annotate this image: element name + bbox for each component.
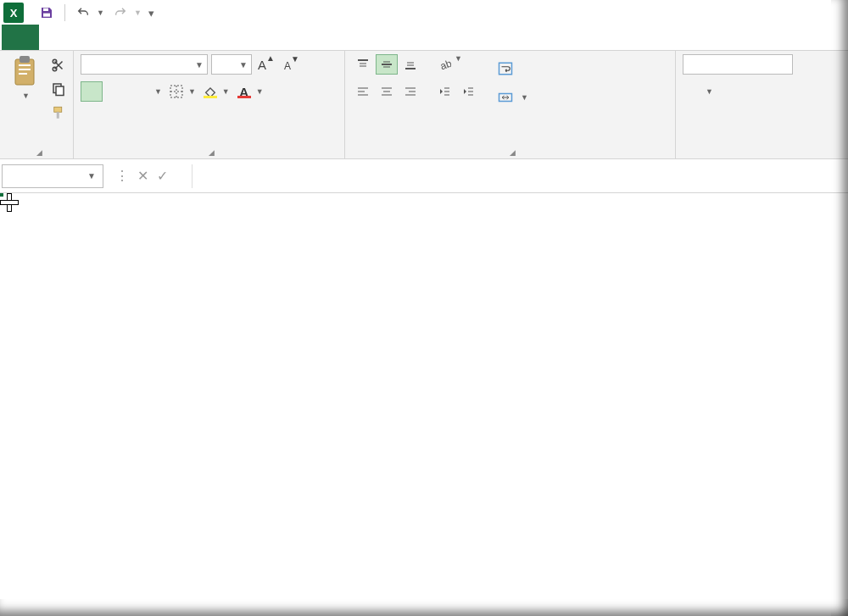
percent-format-button[interactable] xyxy=(717,81,739,102)
group-font: ▼ ▼ A▲ A▼ ▼ ▼ ▼ A▼ ◢ xyxy=(74,51,345,158)
fill-color-button[interactable] xyxy=(199,81,221,102)
redo-button[interactable] xyxy=(108,2,133,24)
increase-indent-button[interactable] xyxy=(457,81,479,102)
chevron-down-icon: ▼ xyxy=(195,60,204,69)
orientation-dropdown[interactable]: ▼ xyxy=(455,54,462,75)
chevron-down-icon: ▼ xyxy=(239,60,248,69)
svg-rect-12 xyxy=(57,112,59,119)
wrap-text-button[interactable] xyxy=(493,58,533,80)
file-tab[interactable] xyxy=(2,25,39,50)
enter-formula-button[interactable]: ✓ xyxy=(157,168,168,184)
svg-rect-6 xyxy=(19,73,27,75)
formula-sep-icon: ⋮ xyxy=(115,168,129,184)
comma-format-button[interactable] xyxy=(742,81,764,102)
svg-rect-1 xyxy=(43,14,50,17)
clipboard-dialog-launcher[interactable]: ◢ xyxy=(36,148,42,157)
crop-shadow xyxy=(0,599,848,616)
paste-dropdown-icon: ▼ xyxy=(22,92,30,100)
separator xyxy=(64,4,65,21)
align-top-button[interactable] xyxy=(352,54,374,75)
formula-bar: ▼ ⋮ ✕ ✓ xyxy=(0,159,848,193)
font-dialog-launcher[interactable]: ◢ xyxy=(209,148,215,157)
ribbon-tabs xyxy=(0,25,848,51)
group-number: ▼ xyxy=(676,51,848,158)
borders-button[interactable] xyxy=(165,81,187,102)
accounting-dropdown[interactable]: ▼ xyxy=(706,87,713,96)
quick-access-toolbar: X ▼ ▼ ▾ xyxy=(0,0,848,25)
font-size-combo[interactable]: ▼ xyxy=(211,54,252,75)
svg-rect-3 xyxy=(20,56,30,63)
number-format-combo[interactable] xyxy=(683,54,793,75)
undo-dropdown[interactable]: ▼ xyxy=(96,2,108,24)
underline-dropdown[interactable]: ▼ xyxy=(154,87,162,96)
svg-rect-5 xyxy=(19,69,31,70)
orientation-button[interactable]: ab xyxy=(433,54,455,75)
svg-rect-11 xyxy=(54,107,62,112)
align-left-button[interactable] xyxy=(352,81,374,102)
svg-rect-13 xyxy=(170,86,182,97)
decrease-font-button[interactable]: A▼ xyxy=(281,54,303,75)
cut-button[interactable] xyxy=(51,58,66,76)
font-name-combo[interactable]: ▼ xyxy=(81,54,208,75)
cell-cursor-icon xyxy=(0,193,17,210)
qat-customize[interactable]: ▾ xyxy=(145,2,157,24)
svg-rect-10 xyxy=(56,86,64,96)
formula-input[interactable] xyxy=(192,164,846,188)
svg-text:ab: ab xyxy=(438,58,451,71)
increase-font-button[interactable]: A▲ xyxy=(255,54,277,75)
paste-button[interactable]: ▼ xyxy=(7,54,47,100)
bold-button[interactable] xyxy=(81,81,103,102)
align-right-button[interactable] xyxy=(399,81,421,102)
redo-dropdown[interactable]: ▼ xyxy=(133,2,145,24)
copy-button[interactable] xyxy=(51,81,66,100)
font-color-dropdown[interactable]: ▼ xyxy=(256,87,264,96)
align-center-button[interactable] xyxy=(376,81,398,102)
alignment-dialog-launcher[interactable]: ◢ xyxy=(510,148,516,157)
merge-center-button[interactable]: ▼ xyxy=(493,86,533,108)
svg-rect-0 xyxy=(43,8,48,11)
underline-button[interactable] xyxy=(131,81,153,102)
name-box[interactable]: ▼ xyxy=(2,164,103,188)
decrease-indent-button[interactable] xyxy=(433,81,455,102)
accounting-format-button[interactable] xyxy=(683,81,705,102)
group-clipboard: ▼ ◢ xyxy=(0,51,74,158)
italic-button[interactable] xyxy=(106,81,128,102)
cancel-formula-button[interactable]: ✕ xyxy=(137,168,148,184)
fill-color-dropdown[interactable]: ▼ xyxy=(222,87,230,96)
undo-button[interactable] xyxy=(70,2,96,24)
chevron-down-icon: ▼ xyxy=(87,171,96,180)
align-bottom-button[interactable] xyxy=(399,54,421,75)
merge-dropdown-icon: ▼ xyxy=(521,93,528,102)
format-painter-button[interactable] xyxy=(51,105,66,124)
svg-rect-2 xyxy=(15,59,34,85)
group-alignment: ab▼ ▼ xyxy=(345,51,676,158)
borders-dropdown[interactable]: ▼ xyxy=(188,87,196,96)
svg-rect-4 xyxy=(19,64,31,66)
save-button[interactable] xyxy=(34,2,59,24)
align-middle-button[interactable] xyxy=(376,54,398,75)
font-color-button[interactable]: A xyxy=(233,81,255,102)
excel-app-icon: X xyxy=(3,3,24,23)
ribbon: ▼ ◢ ▼ ▼ A▲ A▼ ▼ xyxy=(0,51,848,159)
